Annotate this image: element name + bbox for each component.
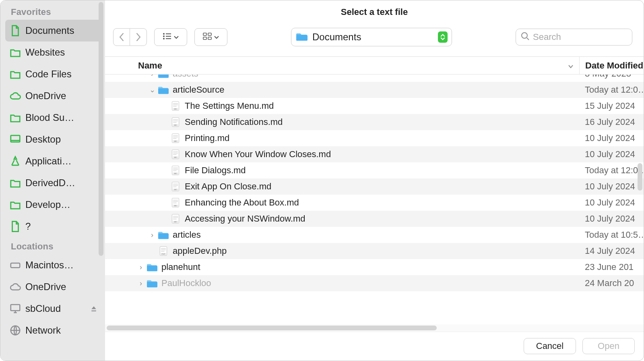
row-date: 10 July 2024 xyxy=(579,149,644,160)
disclosure-triangle-icon[interactable]: › xyxy=(149,75,156,78)
folder-row[interactable]: ›articlesToday at 10:5… xyxy=(105,227,644,243)
sidebar-item-label: OneDrive xyxy=(25,90,98,102)
folder-row[interactable]: ⌄articleSourceToday at 12:0… xyxy=(105,82,644,98)
svg-rect-2 xyxy=(11,305,20,311)
sidebar-item-label: DerivedD… xyxy=(25,177,98,189)
markdown-file-icon xyxy=(170,117,181,127)
markdown-file-icon xyxy=(170,149,181,160)
column-date-header[interactable]: Date Modified xyxy=(579,57,644,74)
back-button[interactable] xyxy=(113,28,130,46)
file-row[interactable]: Printing.md10 July 2024 xyxy=(105,130,644,146)
sidebar-item-onedrive[interactable]: OneDrive xyxy=(5,85,102,107)
folder-icon xyxy=(147,262,157,272)
sidebar-scrollbar[interactable] xyxy=(99,2,103,256)
row-date: 10 July 2024 xyxy=(579,197,644,208)
sidebar-item-label: Develop… xyxy=(25,199,98,210)
disk-icon xyxy=(9,259,21,271)
sidebar-item-blood-su[interactable]: Blood Su… xyxy=(5,107,102,129)
sidebar-item-applications[interactable]: Applicati… xyxy=(5,150,102,172)
sidebar-item-network[interactable]: Network xyxy=(5,320,102,341)
disclosure-triangle-icon[interactable]: › xyxy=(137,279,144,288)
sidebar-section-favorites-label: Favorites xyxy=(0,3,105,20)
disclosure-triangle-icon[interactable]: › xyxy=(149,231,156,239)
folder-icon xyxy=(9,112,21,124)
folder-row[interactable]: ›PaulHockloo24 March 20 xyxy=(105,275,644,291)
document-icon xyxy=(9,25,21,37)
cancel-button[interactable]: Cancel xyxy=(524,338,576,354)
markdown-file-icon xyxy=(170,165,181,176)
location-popup[interactable]: Documents xyxy=(291,28,452,46)
disclosure-triangle-icon[interactable]: ⌄ xyxy=(149,85,156,94)
folder-row[interactable]: ›assets3 May 2023 xyxy=(105,75,644,82)
sidebar-item-websites[interactable]: Websites xyxy=(5,41,102,63)
sidebar-item-sbcloud[interactable]: sbCloud xyxy=(5,298,102,320)
open-button[interactable]: Open xyxy=(582,338,635,354)
folder-icon xyxy=(9,46,21,58)
markdown-file-icon xyxy=(170,214,181,224)
vertical-scrollbar[interactable] xyxy=(638,163,642,191)
sidebar-item-label: Network xyxy=(25,325,98,336)
row-name: The Settings Menu.md xyxy=(185,101,579,111)
columns-header: Name Date Modified xyxy=(105,57,644,75)
sidebar-item-macintosh[interactable]: Macintos… xyxy=(5,254,102,276)
row-name: planehunt xyxy=(161,262,579,272)
folder-icon xyxy=(9,177,21,189)
svg-rect-1 xyxy=(11,263,20,268)
horizontal-scrollbar-track[interactable] xyxy=(105,324,644,332)
applications-icon xyxy=(9,155,21,167)
row-date: 15 July 2024 xyxy=(579,101,644,111)
folder-icon xyxy=(9,68,21,80)
file-row[interactable]: File Dialogs.mdToday at 12:0… xyxy=(105,162,644,178)
stepper-icon[interactable] xyxy=(438,31,448,43)
sidebar-item-label: Blood Su… xyxy=(25,112,98,123)
row-date: 10 July 2024 xyxy=(579,181,644,192)
window-title: Select a text file xyxy=(341,7,408,17)
file-row[interactable]: Know When Your Window Closes.md10 July 2… xyxy=(105,146,644,162)
search-field[interactable] xyxy=(516,29,632,46)
folder-row[interactable]: ›planehunt23 June 201 xyxy=(105,259,644,275)
svg-rect-7 xyxy=(166,36,171,37)
forward-button[interactable] xyxy=(130,28,147,46)
file-row[interactable]: Enhancing the About Box.md10 July 2024 xyxy=(105,195,644,211)
row-name: appleDev.php xyxy=(173,246,579,256)
svg-point-15 xyxy=(522,33,527,38)
sort-indicator-icon xyxy=(568,60,574,71)
eject-icon[interactable] xyxy=(90,305,98,312)
dialog-footer: Cancel Open xyxy=(105,332,644,361)
file-row[interactable]: The Settings Menu.md15 July 2024 xyxy=(105,98,644,114)
row-date: Today at 10:5… xyxy=(579,230,644,240)
search-input[interactable] xyxy=(533,32,628,42)
row-date: Today at 12:0… xyxy=(579,165,644,176)
file-row[interactable]: Exit App On Close.md10 July 2024 xyxy=(105,178,644,195)
disclosure-triangle-icon[interactable]: › xyxy=(137,263,144,272)
file-row[interactable]: appleDev.php14 July 2024 xyxy=(105,243,644,259)
sidebar-item-derivedd[interactable]: DerivedD… xyxy=(5,172,102,194)
chevron-down-icon xyxy=(214,33,219,41)
group-by-button[interactable] xyxy=(194,28,227,46)
sidebar-item-label: OneDrive xyxy=(25,281,98,293)
sidebar-item-label: sbCloud xyxy=(25,303,86,314)
markdown-file-icon xyxy=(170,133,181,143)
sidebar-item-onedrive-loc[interactable]: OneDrive xyxy=(5,276,102,298)
horizontal-scrollbar-thumb[interactable] xyxy=(107,326,437,330)
folder-icon xyxy=(147,278,157,288)
svg-point-8 xyxy=(163,38,165,39)
row-date: 16 July 2024 xyxy=(579,117,644,127)
sidebar-item-desktop[interactable]: Desktop xyxy=(5,129,102,150)
row-name: File Dialogs.md xyxy=(185,165,579,176)
column-name-header[interactable]: Name xyxy=(105,60,579,71)
sidebar-item-documents[interactable]: Documents xyxy=(5,20,102,41)
sidebar-item-unknown[interactable]: ? xyxy=(5,216,102,237)
folder-icon xyxy=(158,85,169,95)
globe-icon xyxy=(9,324,21,336)
file-row[interactable]: Accessing your NSWindow.md10 July 2024 xyxy=(105,211,644,227)
file-row[interactable]: Sending Notifications.md16 July 2024 xyxy=(105,114,644,130)
view-mode-button[interactable] xyxy=(154,28,187,46)
file-list[interactable]: ›assets3 May 2023⌄articleSourceToday at … xyxy=(105,75,644,332)
sidebar-item-code-files[interactable]: Code Files xyxy=(5,63,102,85)
column-date-label: Date Modified xyxy=(585,60,643,71)
sidebar-item-develop[interactable]: Develop… xyxy=(5,194,102,216)
svg-rect-9 xyxy=(166,38,171,39)
row-name: Enhancing the About Box.md xyxy=(185,197,579,208)
svg-rect-10 xyxy=(203,33,206,35)
